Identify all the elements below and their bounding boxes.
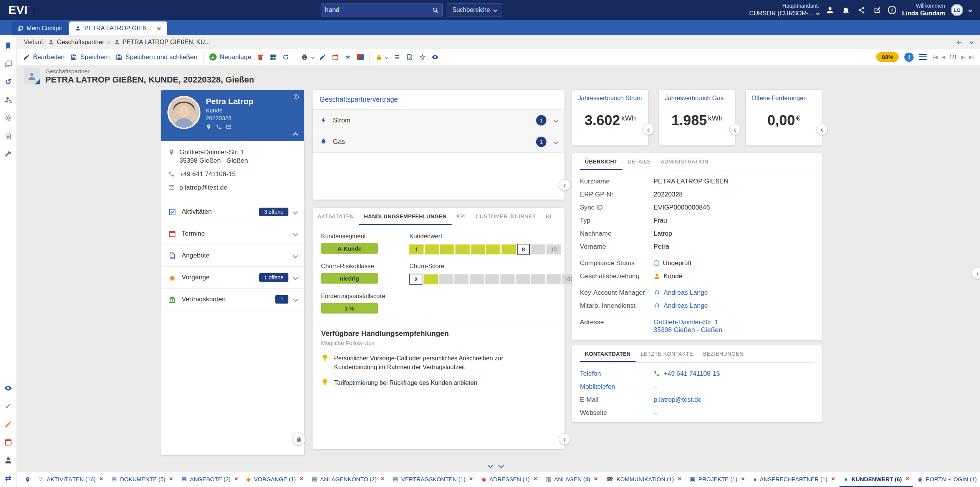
app-link-button[interactable] <box>357 54 364 60</box>
field-value-link[interactable]: Andreas Lange <box>664 302 708 310</box>
chevron-down-icon[interactable] <box>970 41 973 43</box>
collapse-kpi-strom-button[interactable]: ‹ <box>642 124 654 135</box>
user-avatar[interactable]: LG <box>951 4 963 16</box>
save-button[interactable]: Speichern <box>70 53 110 61</box>
calendar-icon[interactable] <box>3 437 13 447</box>
close-icon[interactable]: × <box>741 475 745 482</box>
preview-button[interactable] <box>432 54 439 61</box>
close-icon[interactable]: × <box>234 475 238 482</box>
tab-handlungsempfehlungen[interactable]: HANDLUNGSEMPFEHLUNGEN <box>359 208 452 225</box>
tab-ki[interactable]: KI <box>541 208 556 225</box>
new-record-button[interactable]: + Neuanlage <box>209 53 251 61</box>
close-icon[interactable]: × <box>381 475 384 482</box>
field-value-link[interactable]: Andreas Lange <box>664 289 708 297</box>
expand-right-panel-button[interactable]: ‹ <box>972 267 980 279</box>
notifications-bell-icon[interactable] <box>841 5 851 15</box>
app-logo[interactable]: EVI ° <box>8 4 74 16</box>
bottom-tab-kundenwert[interactable]: ★KUNDENWERT (6)× <box>839 472 913 487</box>
tab-customer-journey[interactable]: CUSTOMER JOURNEY <box>471 208 541 225</box>
collapse-kpi-gas-button[interactable]: ‹ <box>729 124 741 135</box>
close-icon[interactable]: × <box>906 475 909 482</box>
close-icon[interactable]: × <box>169 475 173 482</box>
windows-copy-icon[interactable] <box>3 59 13 69</box>
recommendation-item[interactable]: Tarifoptimierung bei Rückfrage des Kunde… <box>321 378 538 387</box>
close-icon[interactable]: × <box>157 25 161 32</box>
section-vorgaenge[interactable]: ◆ Vorgänge 1 offene <box>161 267 304 289</box>
print-button[interactable] <box>301 54 313 61</box>
completeness-badge[interactable]: 88% <box>876 52 899 62</box>
calendar-button[interactable] <box>332 54 339 61</box>
bottom-tab-anlagenkonto[interactable]: ▦ANLAGENKONTO (2)× <box>308 472 388 487</box>
note-pencil-icon[interactable] <box>3 419 13 429</box>
bottom-tab-adressen[interactable]: ◉ADRESSEN (1)× <box>477 472 541 487</box>
info-icon[interactable]: i <box>888 6 896 14</box>
collapse-kpi-forderungen-button[interactable]: ‹ <box>816 124 828 135</box>
breadcrumb-item-geschaeftspartner[interactable]: Geschäftspartner <box>48 39 104 46</box>
search-input[interactable] <box>325 6 432 14</box>
pin-icon[interactable] <box>22 472 34 487</box>
share-icon[interactable] <box>856 5 866 15</box>
mail-icon[interactable] <box>226 124 232 130</box>
user-admin-icon[interactable] <box>825 5 835 15</box>
collapse-recommendations-panel-button[interactable]: ‹ <box>559 433 570 445</box>
search-areas-button[interactable]: Suchbereiche <box>447 3 502 17</box>
document-icon[interactable] <box>3 131 13 141</box>
contract-row-gas[interactable]: Gas 1 <box>313 131 564 153</box>
field-value-link[interactable]: p.latrop@test.de <box>654 396 702 404</box>
bottom-tab-anlagen[interactable]: ▥ANLAGEN (4)× <box>542 472 602 487</box>
tab-details[interactable]: DETAILS <box>622 153 656 170</box>
bookmark-icon[interactable] <box>3 41 13 51</box>
tab-administration[interactable]: ADMINISTRATION <box>656 153 713 170</box>
apps-button[interactable] <box>270 54 276 61</box>
recommendation-item[interactable]: Persönlicher Vorsorge-Call oder persönli… <box>321 354 538 371</box>
collapse-panels-button[interactable] <box>488 463 492 469</box>
collapse-contracts-panel-button[interactable]: ‹ <box>559 179 570 191</box>
section-vertragskonten[interactable]: Vertragskonten 1 <box>161 289 304 310</box>
bottom-tab-ansprechpartner[interactable]: ●ANSPRECHPARTNER (1)× <box>749 472 839 487</box>
search-icon[interactable] <box>432 7 439 13</box>
tab-kpi[interactable]: KPI <box>452 208 471 225</box>
save-close-button[interactable]: Speichern und schließen <box>116 53 197 61</box>
collapse-card-icon[interactable] <box>293 132 298 137</box>
compose-icon[interactable] <box>872 5 882 15</box>
wrench-icon[interactable] <box>3 149 13 159</box>
contract-row-strom[interactable]: Strom 1 <box>313 110 564 131</box>
client-selector[interactable]: Hauptmandant: CURSOR (CURSOR-... <box>749 3 819 17</box>
section-angebote[interactable]: Angebote <box>161 245 304 267</box>
close-icon[interactable]: × <box>831 475 835 482</box>
menu-icon[interactable] <box>919 54 927 60</box>
bottom-tab-dokumente[interactable]: ▤DOKUMENTE (5)× <box>108 472 177 487</box>
tab-kontaktdaten[interactable]: KONTAKTDATEN <box>580 345 636 362</box>
prev-record-button[interactable]: ◀ <box>942 54 945 60</box>
close-icon[interactable]: × <box>594 475 598 482</box>
list-view-button[interactable] <box>394 54 401 61</box>
bottom-tab-angebote[interactable]: ▤ANGEBOTE (2)× <box>177 472 242 487</box>
bottom-tab-portal-login[interactable]: ◉PORTAL-LOGIN (1)× <box>914 472 980 487</box>
first-record-button[interactable]: |◀ <box>932 54 937 60</box>
location-pin-icon[interactable] <box>206 124 212 130</box>
phone-icon[interactable] <box>216 124 222 130</box>
tab-beziehungen[interactable]: BEZIEHUNGEN <box>698 345 749 362</box>
close-icon[interactable]: × <box>678 475 681 482</box>
tab-letzte-kontakte[interactable]: LETZTE KONTAKTE <box>636 345 698 362</box>
next-record-button[interactable]: ▶ <box>961 54 965 60</box>
field-value-link[interactable]: +49 641 741108-15 <box>664 370 720 378</box>
tab-aktivitaeten[interactable]: AKTIVITÄTEN <box>313 208 359 225</box>
tab-uebersicht[interactable]: ÜBERSICHT <box>580 153 622 170</box>
close-icon[interactable]: × <box>469 475 473 482</box>
bottom-tab-projekte[interactable]: ▣PROJEKTE (1)× <box>686 472 748 487</box>
person-search-icon[interactable] <box>3 95 13 105</box>
bottom-tab-kommunikation[interactable]: ☎KOMMUNIKATION (1)× <box>602 472 685 487</box>
swap-arrows-icon[interactable]: ⇄ <box>3 473 13 483</box>
chevron-down-icon[interactable] <box>968 8 972 12</box>
globe-icon[interactable] <box>293 94 300 100</box>
history-icon[interactable]: ↺ <box>3 77 13 87</box>
section-aktivitaeten[interactable]: Aktivitäten 3 offene <box>161 201 304 223</box>
search-box[interactable] <box>321 3 443 17</box>
permissions-lock-button[interactable] <box>376 54 388 61</box>
automation-button[interactable] <box>344 54 351 61</box>
refresh-button[interactable] <box>282 54 289 61</box>
last-record-button[interactable]: ▶| <box>969 54 974 60</box>
gear-icon[interactable] <box>3 113 13 123</box>
history-back-icon[interactable] <box>956 39 963 46</box>
